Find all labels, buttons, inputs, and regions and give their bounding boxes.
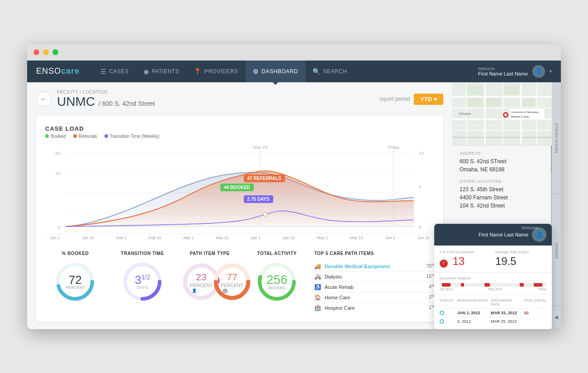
user-avatar[interactable]: 👤 bbox=[532, 65, 545, 78]
dashboard-icon: ⚙ bbox=[253, 68, 259, 75]
facility-name: UNMC bbox=[57, 94, 95, 109]
legend-transition: Transition Time (Weekly) bbox=[104, 134, 160, 139]
care-path-item: 🚚 Durable Medical Equipment 70% bbox=[314, 261, 434, 272]
svg-rect-45 bbox=[522, 98, 535, 106]
title-bar bbox=[27, 44, 561, 61]
nav-item-patients[interactable]: ◉ PATIENTS bbox=[136, 61, 186, 82]
care-path-item: 🏥 Hospice Care 1% bbox=[314, 303, 434, 313]
encounter-table: Status Admission Date Discharge Date Sta… bbox=[434, 295, 552, 329]
dropdown-arrow[interactable]: ▾ bbox=[550, 69, 552, 74]
encounter-row: JAN 1, 2012 MAR 31, 2012 92 bbox=[440, 308, 546, 317]
patient-overlay: Welcome First Name Last Name 👤 # of Prio… bbox=[434, 224, 552, 329]
care-paths-list: 🚚 Durable Medical Equipment 70% 🚑 Dialys… bbox=[314, 261, 434, 313]
svg-text:5: 5 bbox=[419, 184, 422, 189]
close-button[interactable] bbox=[33, 49, 39, 55]
minimize-button[interactable] bbox=[43, 49, 49, 55]
svg-rect-43 bbox=[467, 98, 483, 106]
path-icon-1: 🚚 bbox=[314, 263, 321, 269]
chart-svg: 50 25 0 10 5 0 bbox=[45, 143, 434, 233]
chart-container: 50 25 0 10 5 0 bbox=[45, 143, 434, 234]
back-button[interactable]: ← bbox=[36, 91, 52, 107]
metric-care-paths: TOP 5 CARE PATH ITEMS 🚚 Durable Medical … bbox=[314, 251, 434, 313]
metric-total-activity: TOTAL ACTIVITY 256 BOOKED bbox=[247, 251, 307, 313]
svg-text:University of Nebraska: University of Nebraska bbox=[511, 111, 539, 113]
dashboard-card: CASE LOAD Booked Referrals Transition bbox=[36, 116, 443, 322]
status-dot bbox=[440, 319, 444, 324]
svg-rect-41 bbox=[467, 86, 483, 95]
svg-text:25: 25 bbox=[56, 171, 61, 175]
path-icon-4: 🏠 bbox=[314, 294, 321, 301]
path-icon-2: 🚑 bbox=[314, 274, 321, 280]
left-panel: ← Facility / Location UNMC / 600 S. 42nd… bbox=[27, 82, 452, 329]
svg-text:0: 0 bbox=[58, 225, 61, 229]
patient-stats: # of Prior Encounters ! 13 Average Stay … bbox=[434, 246, 552, 273]
referrals-dot bbox=[73, 134, 77, 138]
care-path-item: ♿ Acute Rehab 4% bbox=[314, 282, 434, 293]
legend-booked: Booked bbox=[45, 134, 66, 139]
ytd-button[interactable]: YTD ▾ bbox=[414, 94, 443, 105]
svg-rect-37 bbox=[484, 82, 486, 146]
providers-icon: 📍 bbox=[194, 68, 202, 75]
svg-text:0: 0 bbox=[419, 225, 422, 229]
care-path-item: 🏠 Home Care 3% bbox=[314, 293, 434, 303]
svg-rect-42 bbox=[503, 86, 519, 95]
svg-text:77: 77 bbox=[227, 272, 237, 282]
map-svg: University of Nebraska Medical Center Om… bbox=[452, 82, 552, 146]
care-path-item: 🚑 Dialysis 15% bbox=[314, 272, 434, 282]
svg-text:PERCENT: PERCENT bbox=[190, 283, 213, 288]
nav-item-dashboard[interactable]: ⚙ DASHBOARD bbox=[246, 61, 305, 82]
cases-icon: ☰ bbox=[100, 68, 107, 75]
chart-legend: Booked Referrals Transition Time (Weekly… bbox=[45, 134, 434, 139]
status-dot bbox=[440, 311, 444, 315]
chart-section: CASE LOAD Booked Referrals Transition bbox=[45, 125, 434, 240]
encounters-tab[interactable]: ENCOUN- bbox=[552, 194, 561, 306]
location-details: Address 600 S. 42nd STreet Omaha, NE 681… bbox=[452, 146, 552, 221]
transition-dot bbox=[104, 134, 108, 138]
encounter-row: 5, 2012 MAR 25, 2012 bbox=[440, 317, 546, 326]
chart-x-labels: Jan 1 Jan 15 Feb 1 Feb 15 Mar 1 Mar 15 A… bbox=[45, 236, 434, 240]
metric-transition: TRANSITION TIME 31/2 bbox=[113, 251, 173, 313]
svg-rect-48 bbox=[509, 109, 545, 120]
dropdown-icon: ▾ bbox=[434, 96, 437, 103]
user-menu: Welcome First Name Last Name 👤 ▾ bbox=[478, 65, 552, 78]
svg-text:23: 23 bbox=[196, 272, 206, 282]
nav-item-cases[interactable]: ☰ CaSeS bbox=[93, 61, 136, 82]
path-icon-5: 🏥 bbox=[314, 305, 321, 311]
facility-info: Facility / Location UNMC / 600 S. 42nd S… bbox=[57, 90, 374, 109]
svg-text:Omaha: Omaha bbox=[459, 112, 471, 116]
svg-text:PERCENT: PERCENT bbox=[221, 283, 244, 288]
map-container: University of Nebraska Medical Center Om… bbox=[452, 82, 552, 146]
svg-point-15 bbox=[263, 212, 267, 216]
svg-text:10: 10 bbox=[419, 151, 424, 155]
svg-text:Mar 29: Mar 29 bbox=[253, 145, 267, 149]
svg-text:50: 50 bbox=[56, 151, 61, 155]
navbar: ENSOcare ☰ CaSeS ◉ PATIENTS 📍 PROVIDERS … bbox=[27, 61, 561, 82]
svg-rect-44 bbox=[486, 98, 501, 106]
right-side-tabs: PATIENT DETAILS ENCOUN- ◀ bbox=[552, 82, 561, 329]
facility-address: / 600 S. 42nd Street bbox=[99, 100, 155, 107]
metric-path-type: PATH ITEM TYPE 23 PERCENT bbox=[180, 251, 240, 313]
app-logo: ENSOcare bbox=[36, 66, 80, 76]
report-period: report period YTD ▾ bbox=[379, 94, 443, 105]
app-window: ENSOcare ☰ CaSeS ◉ PATIENTS 📍 PROVIDERS … bbox=[27, 44, 561, 329]
nav-item-providers[interactable]: 📍 PROVIDERS bbox=[186, 61, 246, 82]
patients-icon: ◉ bbox=[143, 68, 149, 75]
legend-referrals: Referrals bbox=[73, 134, 97, 139]
booked-dot bbox=[45, 134, 49, 138]
nav-item-search[interactable]: 🔍 SEARCH bbox=[305, 61, 355, 82]
metrics-row: % BOOKED 72 PERCENT bbox=[45, 251, 434, 313]
svg-point-47 bbox=[504, 113, 507, 116]
right-panel: ACTIVITY LOCATION DETAILS ADMINISTRATORS bbox=[452, 82, 561, 329]
search-icon: 🔍 bbox=[313, 68, 321, 75]
alert-icon: ! bbox=[440, 260, 448, 268]
chart-title: CASE LOAD bbox=[45, 125, 434, 132]
expand-tab[interactable]: ◀ bbox=[552, 306, 561, 329]
metric-booked: % BOOKED 72 PERCENT bbox=[45, 251, 105, 313]
patient-details-tab[interactable]: PATIENT DETAILS bbox=[552, 82, 561, 194]
facility-header: ← Facility / Location UNMC / 600 S. 42nd… bbox=[36, 90, 443, 109]
path-icon-3: ♿ bbox=[314, 284, 321, 290]
encounter-timeline: Encounter Timeline Jan 2012 May 2014 Tod… bbox=[434, 273, 552, 295]
main-content: ← Facility / Location UNMC / 600 S. 42nd… bbox=[27, 82, 561, 329]
svg-text:Today: Today bbox=[387, 145, 399, 149]
maximize-button[interactable] bbox=[52, 49, 58, 55]
